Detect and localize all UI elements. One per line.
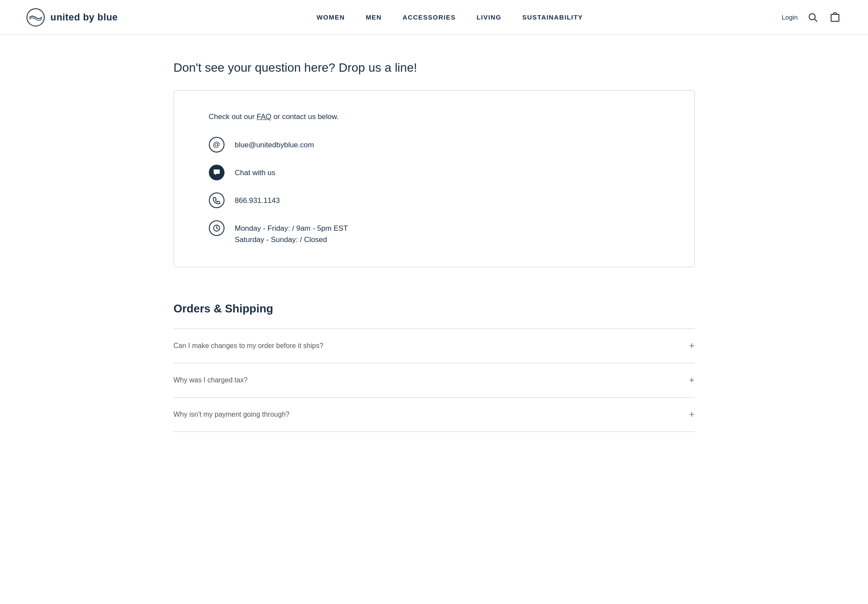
svg-point-1 xyxy=(809,13,815,20)
faq-question-0: Can I make changes to my order before it… xyxy=(174,342,323,350)
login-button[interactable]: Login xyxy=(782,13,798,21)
brand-name: united by blue xyxy=(50,12,118,23)
faq-toggle-0: + xyxy=(689,341,695,351)
cart-button[interactable] xyxy=(828,10,842,24)
contact-intro-suffix: or contact us below. xyxy=(271,113,339,121)
main-nav: WOMEN MEN ACCESSORIES LIVING SUSTAINABIL… xyxy=(317,13,583,21)
logo-link[interactable]: united by blue xyxy=(26,8,118,27)
email-icon: @ xyxy=(209,137,224,153)
hours-text: Monday - Friday: / 9am - 5pm EST Saturda… xyxy=(235,220,348,245)
search-button[interactable] xyxy=(806,11,819,24)
header-actions: Login xyxy=(782,10,842,24)
email-address[interactable]: blue@unitedbyblue.com xyxy=(235,137,314,151)
orders-shipping-section: Orders & Shipping Can I make changes to … xyxy=(174,302,695,432)
nav-item-living[interactable]: LIVING xyxy=(477,13,502,21)
contact-intro: Check out our FAQ or contact us below. xyxy=(209,113,660,121)
faq-list: Can I make changes to my order before it… xyxy=(174,329,695,432)
contact-email-item: @ blue@unitedbyblue.com xyxy=(209,137,660,153)
contact-chat-item: Chat with us xyxy=(209,165,660,180)
phone-number: 866.931.1143 xyxy=(235,192,280,206)
faq-question-2: Why isn't my payment going through? xyxy=(174,411,290,418)
phone-icon xyxy=(209,192,224,208)
svg-line-2 xyxy=(815,19,817,22)
main-content: Don't see your question here? Drop us a … xyxy=(148,35,721,432)
hours-weekdays: Monday - Friday: / 9am - 5pm EST xyxy=(235,223,348,234)
contact-phone-item: 866.931.1143 xyxy=(209,192,660,208)
nav-item-women[interactable]: WOMEN xyxy=(317,13,345,21)
svg-rect-3 xyxy=(831,14,839,21)
faq-item-0[interactable]: Can I make changes to my order before it… xyxy=(174,329,695,363)
contact-card: Check out our FAQ or contact us below. @… xyxy=(174,90,695,267)
faq-question-1: Why was I charged tax? xyxy=(174,376,248,384)
site-header: united by blue WOMEN MEN ACCESSORIES LIV… xyxy=(0,0,868,35)
contact-intro-prefix: Check out our xyxy=(209,113,257,121)
clock-icon xyxy=(209,220,224,236)
nav-item-accessories[interactable]: ACCESSORIES xyxy=(403,13,455,21)
section-title: Orders & Shipping xyxy=(174,302,695,315)
faq-item-2[interactable]: Why isn't my payment going through? + xyxy=(174,398,695,432)
hours-weekend: Saturday - Sunday: / Closed xyxy=(235,234,348,246)
faq-link[interactable]: FAQ xyxy=(257,113,271,121)
faq-toggle-1: + xyxy=(689,375,695,385)
nav-item-sustainability[interactable]: SUSTAINABILITY xyxy=(522,13,583,21)
search-icon xyxy=(808,13,818,22)
contact-items: @ blue@unitedbyblue.com Chat with us xyxy=(209,137,660,245)
faq-item-1[interactable]: Why was I charged tax? + xyxy=(174,363,695,398)
nav-item-men[interactable]: MEN xyxy=(366,13,382,21)
cart-icon xyxy=(830,12,840,23)
chat-label[interactable]: Chat with us xyxy=(235,165,276,179)
faq-toggle-2: + xyxy=(689,410,695,419)
logo-icon xyxy=(26,8,45,27)
contact-hours-item: Monday - Friday: / 9am - 5pm EST Saturda… xyxy=(209,220,660,245)
chat-icon xyxy=(209,165,224,180)
page-heading: Don't see your question here? Drop us a … xyxy=(174,61,695,75)
